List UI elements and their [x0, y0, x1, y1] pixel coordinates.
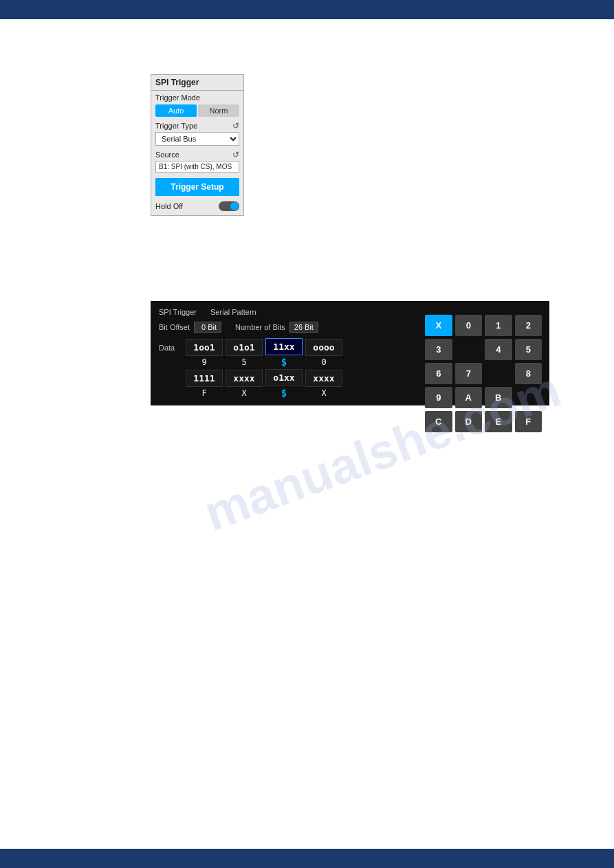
data-cell-1-3[interactable]: 11xx $ — [265, 338, 303, 368]
toggle-knob — [230, 202, 239, 210]
source-value: B1: SPI (with CS), MOS — [155, 161, 239, 173]
trigger-setup-button[interactable]: Trigger Setup — [155, 178, 239, 196]
spi-panel-title: SPI Trigger — [151, 75, 243, 91]
serial-pattern-label: Serial Pattern — [210, 308, 256, 316]
key-1[interactable]: 1 — [485, 315, 512, 336]
data-cell-1-2[interactable]: o1o1 5 — [226, 339, 263, 367]
hex-1-2: 5 — [241, 357, 246, 367]
hex-2-1: F — [201, 388, 206, 398]
holdoff-toggle[interactable] — [219, 201, 239, 211]
trigger-mode-buttons: Auto Norm — [151, 103, 243, 120]
data-cell-2-2[interactable]: xxxx X — [226, 370, 263, 398]
data-groups: 1oo1 9 o1o1 5 11xx $ oooo 0 — [186, 338, 342, 399]
key-E[interactable]: E — [485, 411, 512, 432]
hex-1-3: $ — [281, 357, 287, 368]
source-refresh-icon[interactable]: ↺ — [232, 150, 239, 159]
trigger-type-row: Trigger Type ↺ — [151, 120, 243, 132]
key-7[interactable]: 7 — [455, 363, 483, 384]
data-cell-1-1[interactable]: 1oo1 9 — [186, 339, 223, 367]
bits-1-1[interactable]: 1oo1 — [186, 339, 223, 356]
data-row-1: 1oo1 9 o1o1 5 11xx $ oooo 0 — [186, 338, 342, 368]
bits-1-3[interactable]: 11xx — [265, 338, 303, 355]
key-empty-3 — [515, 387, 542, 408]
source-row: Source ↺ — [151, 148, 243, 161]
header-serial-pattern: Serial Pattern — [210, 308, 256, 316]
key-4[interactable]: 4 — [485, 339, 512, 360]
auto-button[interactable]: Auto — [155, 104, 197, 117]
holdoff-label: Hold Off — [155, 202, 183, 210]
bottom-bar — [0, 849, 614, 868]
key-0[interactable]: 0 — [455, 315, 483, 336]
data-cell-2-3[interactable]: o1xx $ — [265, 369, 303, 399]
data-row-2: 1111 F xxxx X o1xx $ xxxx X — [186, 369, 342, 399]
bits-2-2[interactable]: xxxx — [226, 370, 263, 387]
norm-button[interactable]: Norm — [198, 104, 239, 117]
key-X[interactable]: X — [425, 315, 452, 336]
holdoff-row: Hold Off — [151, 199, 243, 215]
keypad-grid: X 0 1 2 3 4 5 6 7 8 9 A B C D E F — [425, 315, 542, 432]
bit-offset-label: Bit Offset — [159, 323, 190, 331]
key-3[interactable]: 3 — [425, 339, 452, 360]
header-spi-trigger: SPI Trigger — [159, 308, 197, 316]
key-5[interactable]: 5 — [515, 339, 542, 360]
key-A[interactable]: A — [455, 387, 483, 408]
trigger-type-refresh-icon[interactable]: ↺ — [232, 121, 239, 131]
key-2[interactable]: 2 — [515, 315, 542, 336]
source-label: Source — [155, 151, 179, 159]
spi-trigger-header-label: SPI Trigger — [159, 308, 197, 316]
bits-2-3[interactable]: o1xx — [265, 369, 303, 386]
bits-2-1[interactable]: 1111 — [186, 370, 223, 387]
bits-1-4[interactable]: oooo — [305, 339, 342, 356]
key-C[interactable]: C — [425, 411, 452, 432]
data-label: Data — [159, 338, 183, 352]
key-empty-1 — [455, 339, 483, 360]
data-cell-2-1[interactable]: 1111 F — [186, 370, 223, 398]
key-D[interactable]: D — [455, 411, 483, 432]
data-cell-1-4[interactable]: oooo 0 — [305, 339, 342, 367]
trigger-type-dropdown[interactable]: Serial Bus — [155, 132, 239, 146]
hex-2-3: $ — [281, 388, 287, 399]
bits-2-4[interactable]: xxxx — [305, 370, 342, 387]
bits-1-2[interactable]: o1o1 — [226, 339, 263, 356]
trigger-mode-label: Trigger Mode — [151, 91, 243, 103]
key-F[interactable]: F — [515, 411, 542, 432]
num-bits-value: 26 Bit — [289, 322, 318, 333]
hex-1-1: 9 — [201, 357, 206, 367]
spi-trigger-panel: SPI Trigger Trigger Mode Auto Norm Trigg… — [151, 74, 244, 216]
bit-offset-item: Bit Offset 0 Bit — [159, 322, 221, 333]
key-empty-2 — [485, 363, 512, 384]
key-8[interactable]: 8 — [515, 363, 542, 384]
key-B[interactable]: B — [485, 387, 512, 408]
num-bits-item: Number of Bits 26 Bit — [235, 322, 318, 333]
hex-keypad: X 0 1 2 3 4 5 6 7 8 9 A B C D E F — [425, 315, 542, 432]
key-6[interactable]: 6 — [425, 363, 452, 384]
hex-2-4: X — [321, 388, 326, 398]
bit-offset-value: 0 Bit — [194, 322, 221, 333]
top-bar — [0, 0, 614, 19]
hex-1-4: 0 — [321, 357, 326, 367]
hex-2-2: X — [241, 388, 246, 398]
num-bits-label: Number of Bits — [235, 323, 285, 331]
main-content: SPI Trigger Trigger Mode Auto Norm Trigg… — [0, 19, 614, 849]
key-9[interactable]: 9 — [425, 387, 452, 408]
trigger-type-label: Trigger Type — [155, 122, 197, 130]
data-cell-2-4[interactable]: xxxx X — [305, 370, 342, 398]
